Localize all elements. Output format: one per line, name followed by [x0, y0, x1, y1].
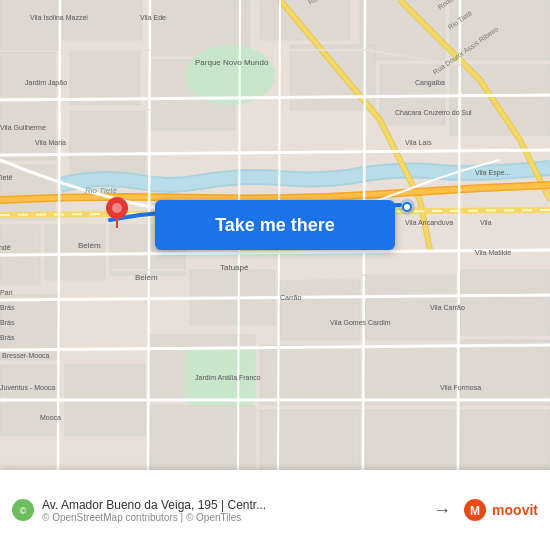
svg-text:Vila: Vila — [480, 219, 492, 226]
svg-text:M: M — [470, 504, 480, 518]
svg-rect-23 — [460, 340, 550, 405]
svg-rect-33 — [460, 410, 550, 470]
bottom-text: Av. Amador Bueno da Veiga, 195 | Centr..… — [42, 498, 425, 523]
svg-text:Vila Matilde: Vila Matilde — [475, 249, 511, 256]
arrow-icon: → — [433, 500, 451, 521]
address-line: Av. Amador Bueno da Veiga, 195 | Centr..… — [42, 498, 342, 512]
svg-point-92 — [112, 203, 122, 213]
svg-rect-32 — [365, 410, 455, 470]
svg-rect-25 — [260, 345, 360, 405]
svg-rect-3 — [0, 52, 55, 97]
svg-text:Pari: Pari — [0, 289, 13, 296]
svg-text:Vila Formosa: Vila Formosa — [440, 384, 481, 391]
svg-text:©: © — [20, 506, 27, 516]
svg-text:Rio Tietê: Rio Tietê — [85, 186, 117, 195]
attribution-line: © OpenStreetMap contributors | © OpenTil… — [42, 512, 425, 523]
svg-rect-31 — [260, 410, 360, 470]
map-container: Vila Isolina Mazzei Vila Ede Jardim Japã… — [0, 0, 550, 470]
svg-rect-30 — [150, 405, 255, 470]
svg-rect-14 — [70, 110, 145, 180]
svg-text:Brás: Brás — [0, 334, 15, 341]
svg-rect-24 — [365, 345, 455, 405]
svg-text:Vila Laís: Vila Laís — [405, 139, 432, 146]
svg-text:Tatuapé: Tatuapé — [220, 263, 249, 272]
svg-point-95 — [404, 204, 410, 210]
svg-text:Parque Novo Mundo: Parque Novo Mundo — [195, 58, 269, 67]
svg-text:Belém: Belém — [78, 241, 101, 250]
svg-text:Juventus - Mooca: Juventus - Mooca — [0, 384, 55, 391]
moovit-logo: M moovit — [463, 498, 538, 522]
bottom-left-section: © Av. Amador Bueno da Veiga, 195 | Centr… — [12, 498, 425, 523]
svg-text:Vila Espe...: Vila Espe... — [475, 169, 510, 177]
svg-text:Bresser-Mooca: Bresser-Mooca — [2, 352, 50, 359]
svg-text:Mooca: Mooca — [40, 414, 61, 421]
svg-rect-10 — [450, 65, 550, 135]
blue-dot-marker — [398, 198, 416, 220]
svg-text:Chacara Cruzeiro do Sul: Chacara Cruzeiro do Sul — [395, 109, 472, 116]
svg-rect-22 — [460, 270, 550, 335]
moovit-text: moovit — [492, 502, 538, 518]
svg-text:Vila Guilherme: Vila Guilherme — [0, 124, 46, 131]
svg-point-34 — [185, 45, 275, 105]
take-me-there-button[interactable]: Take me there — [155, 200, 395, 250]
red-pin-marker — [105, 196, 129, 232]
svg-text:Brás: Brás — [0, 319, 15, 326]
svg-text:Cangalba: Cangalba — [415, 79, 445, 87]
svg-rect-17 — [45, 225, 105, 280]
svg-text:Indê: Indê — [0, 244, 11, 251]
svg-text:Vila Isolina Mazzei: Vila Isolina Mazzei — [30, 14, 88, 21]
svg-text:Tietê: Tietê — [0, 174, 12, 181]
svg-text:Jardim Japão: Jardim Japão — [25, 79, 67, 87]
svg-text:Vila Aricanduva: Vila Aricanduva — [405, 219, 453, 226]
svg-rect-5 — [70, 50, 140, 105]
svg-text:Carrão: Carrão — [280, 294, 302, 301]
svg-text:Jardim Anália Franco: Jardim Anália Franco — [195, 374, 261, 381]
moovit-m-icon: M — [463, 498, 487, 522]
svg-text:Vila Maria: Vila Maria — [35, 139, 66, 146]
svg-rect-20 — [280, 280, 360, 340]
svg-text:Vila Ede: Vila Ede — [140, 14, 166, 21]
svg-text:Vila Carrão: Vila Carrão — [430, 304, 465, 311]
svg-text:Vila Gomes Cardim: Vila Gomes Cardim — [330, 319, 391, 326]
svg-rect-1 — [0, 0, 60, 50]
bottom-bar: © Av. Amador Bueno da Veiga, 195 | Centr… — [0, 470, 550, 550]
svg-text:Brás: Brás — [0, 304, 15, 311]
osm-logo: © — [12, 499, 34, 521]
svg-text:Belém: Belém — [135, 273, 158, 282]
